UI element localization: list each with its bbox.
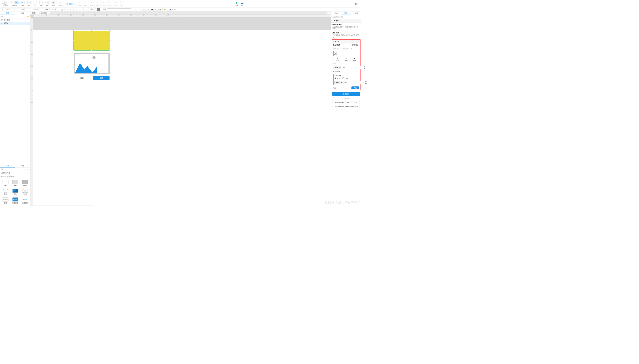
- va-mid-icon[interactable]: ＝: [82, 8, 85, 11]
- insert-icon[interactable]: ＋: [27, 1, 30, 4]
- tab-style[interactable]: 样式: [331, 12, 341, 15]
- event-onclick-header[interactable]: 单击时: [331, 19, 361, 22]
- widget-search-input[interactable]: [4, 168, 24, 170]
- add-page-icon[interactable]: ＋: [25, 16, 26, 18]
- tab-notes[interactable]: 说明: [351, 12, 361, 15]
- y-input[interactable]: [149, 8, 154, 11]
- add-target-button[interactable]: 添加目标: [351, 44, 359, 46]
- group-icon[interactable]: ▦: [52, 1, 55, 4]
- fill-color-swatch2[interactable]: [97, 8, 100, 11]
- pull-anim-duration-input[interactable]: [343, 81, 364, 84]
- zoom-control[interactable]: 🔍 100% ▾: [66, 3, 75, 5]
- login-link[interactable]: 登录: [354, 2, 360, 5]
- ta-right-icon[interactable]: ≡: [76, 8, 78, 11]
- copy-button[interactable]: ⧉Copy: [3, 3, 8, 5]
- options-icon[interactable]: ⋮: [358, 16, 360, 18]
- stroke-style-icon[interactable]: ┈: [134, 8, 137, 11]
- bold-icon[interactable]: B: [55, 8, 57, 11]
- page-search-input[interactable]: [4, 16, 24, 18]
- page-item-page1[interactable]: 页面 1: [0, 22, 30, 25]
- select-intersect-icon[interactable]: ⛶: [11, 1, 14, 4]
- library-category[interactable]: Default ▸ 基本元件 ▾: [0, 175, 30, 178]
- canvas-tab-demo[interactable]: 演示案例×: [40, 12, 51, 14]
- dynamic-panel-widget[interactable]: ⚡: [74, 31, 110, 51]
- widget-button[interactable]: BUTTON按钮: [1, 197, 10, 205]
- widget-name-input[interactable]: (动态面板名称): [332, 16, 343, 18]
- select-contain-icon[interactable]: ▣: [15, 1, 18, 4]
- cancel-button[interactable]: 取消: [333, 87, 336, 89]
- tab-pages[interactable]: 页面: [0, 12, 15, 15]
- add-lib-icon[interactable]: ＋: [24, 168, 26, 170]
- direction-below-radio[interactable]: 下方: [335, 78, 340, 80]
- close-icon[interactable]: ×: [37, 12, 38, 14]
- page-item-demo[interactable]: 演示案例: [0, 18, 30, 22]
- vis-toggle-button[interactable]: ⇄切换: [351, 57, 359, 62]
- preview-button[interactable]: ▶预览: [235, 1, 238, 7]
- image-placeholder-widget[interactable]: [74, 53, 110, 74]
- style-manager-icon[interactable]: ✎: [1, 8, 4, 11]
- font-select[interactable]: Arial▾: [20, 8, 31, 11]
- widget-placeholder[interactable]: 占位符: [20, 188, 30, 196]
- widget-primary-button[interactable]: BUTTON主要按钮: [11, 197, 20, 205]
- common-swipe-right[interactable]: 向右拖动结束时 -> 设置为上一个状态: [332, 105, 360, 108]
- tab-masters[interactable]: 母版: [15, 164, 31, 168]
- w-input[interactable]: [156, 8, 161, 11]
- canvas-page[interactable]: ⚡ 按钮 按钮: [33, 30, 331, 206]
- bring-front-icon[interactable]: ⬆: [40, 1, 43, 4]
- vis-hide-button[interactable]: ⦸隐藏: [342, 57, 350, 62]
- tabs-menu-icon[interactable]: ▾: [327, 12, 331, 14]
- stroke-color-icon[interactable]: ▬: [131, 8, 134, 11]
- animation-duration-input[interactable]: [342, 66, 363, 69]
- widget-link-button[interactable]: BUTTON链接按钮: [20, 197, 30, 205]
- tab-outline[interactable]: 概要: [15, 12, 31, 15]
- widget-rect1[interactable]: 矩形1: [1, 179, 10, 188]
- stroke-width-input[interactable]: [107, 8, 131, 11]
- font-color-icon[interactable]: A: [52, 8, 54, 11]
- fill-color-swatch[interactable]: [94, 8, 97, 11]
- library-select[interactable]: 全部元件库: [0, 171, 30, 175]
- lib-menu-icon[interactable]: ⋮: [29, 168, 30, 170]
- connect-icon[interactable]: ↯: [21, 1, 24, 4]
- widget-rect3[interactable]: 矩形3: [20, 179, 30, 188]
- italic-icon[interactable]: I: [58, 8, 61, 11]
- tab-interactions[interactable]: 交互 •: [341, 12, 351, 15]
- more-text-icon[interactable]: ⋯: [64, 8, 67, 11]
- canvas-tab-page1[interactable]: 页面 1×: [31, 12, 40, 14]
- va-bot-icon[interactable]: ⊥: [85, 8, 88, 11]
- action-show-hide[interactable]: 显示/隐藏 切换可见性 (图片）推动和拉动 元件 下方: [331, 31, 361, 39]
- vis-show-button[interactable]: 👁显示: [333, 57, 342, 62]
- tab-widgets[interactable]: 元件: [0, 164, 15, 168]
- x-input[interactable]: [142, 8, 147, 11]
- visibility-toggle-icon[interactable]: 👁: [174, 8, 177, 11]
- font-size-select[interactable]: 13▾: [44, 8, 50, 11]
- lock-aspect-icon[interactable]: 🔒: [164, 8, 166, 10]
- more-options-toggle[interactable]: 更多选项 ▾: [332, 70, 360, 73]
- style-name-select[interactable]: 默认▾: [5, 8, 19, 11]
- arrow-icon[interactable]: →: [137, 8, 140, 11]
- ok-button[interactable]: 确定: [351, 86, 359, 89]
- close-icon[interactable]: ×: [48, 12, 49, 14]
- underline-icon[interactable]: U: [61, 8, 64, 11]
- font-weight-select[interactable]: Normal▾: [32, 8, 43, 11]
- add-folder-icon[interactable]: 📁: [27, 16, 29, 18]
- widget-image[interactable]: 图片: [11, 188, 20, 196]
- send-back-icon[interactable]: ⬇: [46, 1, 49, 4]
- new-interaction-button[interactable]: 新建交互: [332, 92, 360, 96]
- cut-button[interactable]: ✂Cut: [3, 1, 8, 3]
- paste-button[interactable]: 📋Paste: [3, 5, 8, 6]
- canvas-button-1[interactable]: 按钮: [74, 76, 91, 80]
- widget-rect2[interactable]: 矩形2: [11, 179, 20, 188]
- action-set-panel-state[interactable]: 设置面板状态 (动态面板) 到 下一项 推动和拉动元件 下方: [331, 22, 361, 31]
- share-button[interactable]: ☁共享: [241, 1, 244, 7]
- common-swipe-left[interactable]: 向左拖动结束时 -> 设置为下一个状态: [332, 101, 360, 104]
- lib-options-icon[interactable]: ⟳: [27, 168, 28, 170]
- ta-left-icon[interactable]: ≡: [69, 8, 72, 11]
- va-top-icon[interactable]: ⊤: [79, 8, 82, 11]
- pull-widgets-field[interactable]: 拉动元件 下方 右侧 None 毫秒: [333, 74, 359, 85]
- canvas-button-2[interactable]: 按钮: [93, 76, 110, 80]
- animation-select[interactable]: None: [333, 66, 341, 69]
- event-onload-header[interactable]: 载入时: [332, 40, 360, 43]
- pull-anim-select[interactable]: None: [334, 81, 342, 84]
- direction-right-radio[interactable]: 右侧: [342, 78, 348, 80]
- widget-circle[interactable]: 圆形: [1, 188, 10, 196]
